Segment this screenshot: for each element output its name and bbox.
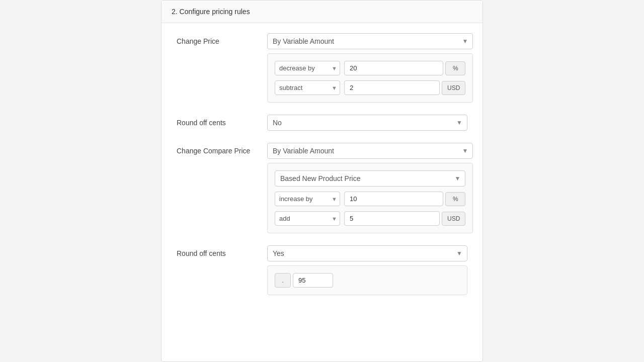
change-compare-price-inner-box: Based New Product Price Based Original P… [267, 163, 473, 233]
change-compare-price-controls: By Variable Amount By Fixed Amount To Fi… [267, 143, 473, 233]
change-price-controls: By Variable Amount By Fixed Amount To Fi… [267, 33, 473, 103]
round-off-cents-2-controls: No Yes ▼ . [267, 245, 467, 295]
change-price-direction-select-wrapper: decrease by increase by ▼ [275, 61, 340, 75]
change-price-inner-box: decrease by increase by ▼ % s [267, 53, 473, 103]
change-compare-price-adjust-select[interactable]: add subtract [275, 211, 340, 226]
change-compare-price-row: Change Compare Price By Variable Amount … [177, 143, 467, 233]
change-price-row: Change Price By Variable Amount By Fixed… [177, 33, 467, 103]
change-compare-price-main-select-wrapper: By Variable Amount By Fixed Amount To Fi… [267, 143, 473, 159]
change-compare-price-main-select[interactable]: By Variable Amount By Fixed Amount To Fi… [267, 143, 473, 159]
round-off-cents-1-select[interactable]: No Yes [267, 115, 467, 131]
change-price-adjust-select[interactable]: subtract add [275, 80, 340, 95]
change-price-adjust-row: subtract add ▼ USD [275, 80, 465, 95]
change-compare-price-based-row: Based New Product Price Based Original P… [275, 170, 465, 187]
change-price-adjust-input[interactable] [344, 80, 440, 95]
change-compare-price-label: Change Compare Price [177, 143, 267, 155]
round-off-cents-1-controls: No Yes ▼ [267, 115, 467, 131]
round-off-cents-1-row: Round off cents No Yes ▼ [177, 115, 467, 131]
change-price-adjust-unit: USD [442, 81, 465, 95]
change-compare-price-adjust-select-wrapper: add subtract ▼ [275, 211, 340, 226]
change-price-percent-input[interactable] [344, 61, 443, 75]
card-header: 2. Configure pricing rules [162, 1, 482, 23]
change-price-label: Change Price [177, 33, 267, 45]
change-compare-price-adjust-unit: USD [442, 212, 465, 226]
change-compare-price-adjust-row: add subtract ▼ USD [275, 211, 465, 226]
cents-input-row: . [275, 273, 460, 288]
change-compare-price-direction-row: increase by decrease by ▼ % [275, 192, 465, 206]
change-compare-price-percent-input[interactable] [344, 192, 443, 206]
round-off-cents-1-select-wrapper: No Yes ▼ [267, 115, 467, 131]
change-compare-price-based-select-wrapper: Based New Product Price Based Original P… [275, 170, 465, 187]
round-off-cents-2-label: Round off cents [177, 245, 267, 257]
change-compare-price-adjust-input[interactable] [344, 211, 440, 226]
round-off-cents-2-inner-box: . [267, 265, 467, 295]
round-off-cents-2-select[interactable]: No Yes [267, 245, 467, 261]
change-price-main-select-wrapper: By Variable Amount By Fixed Amount To Fi… [267, 33, 473, 49]
change-compare-price-based-select[interactable]: Based New Product Price Based Original P… [275, 170, 465, 187]
card-body: Change Price By Variable Amount By Fixed… [162, 23, 482, 322]
round-off-cents-1-label: Round off cents [177, 115, 267, 127]
cents-value-input[interactable] [293, 273, 333, 288]
change-compare-price-direction-select[interactable]: increase by decrease by [275, 192, 340, 206]
config-card: 2. Configure pricing rules Change Price … [161, 0, 483, 362]
dot-symbol: . [275, 273, 291, 288]
round-off-cents-2-row: Round off cents No Yes ▼ . [177, 245, 467, 295]
change-price-direction-row: decrease by increase by ▼ % [275, 61, 465, 75]
round-off-cents-2-select-wrapper: No Yes ▼ [267, 245, 467, 261]
page-wrapper: 2. Configure pricing rules Change Price … [0, 0, 644, 362]
change-compare-price-direction-select-wrapper: increase by decrease by ▼ [275, 192, 340, 206]
change-price-adjust-select-wrapper: subtract add ▼ [275, 80, 340, 95]
change-price-main-select[interactable]: By Variable Amount By Fixed Amount To Fi… [267, 33, 473, 49]
change-price-percent-unit: % [445, 61, 465, 75]
section-title: 2. Configure pricing rules [172, 8, 250, 16]
change-price-direction-select[interactable]: decrease by increase by [275, 61, 340, 75]
change-compare-price-percent-unit: % [445, 192, 465, 206]
